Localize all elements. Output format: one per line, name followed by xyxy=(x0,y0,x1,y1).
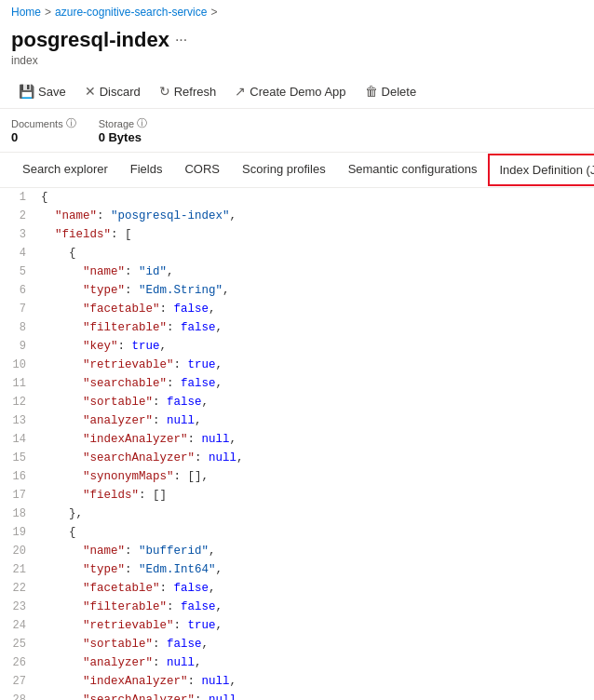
code-line: 24 "retrievable": true, xyxy=(0,616,594,635)
discard-button[interactable]: ✕ Discard xyxy=(77,80,148,102)
line-content: "indexAnalyzer": null, xyxy=(37,430,594,449)
ellipsis-icon[interactable]: ··· xyxy=(175,32,187,48)
create-demo-button[interactable]: ↗ Create Demo App xyxy=(227,80,353,102)
line-content: "name": "bufferid", xyxy=(37,542,594,560)
code-line: 1{ xyxy=(0,188,594,207)
line-content: "filterable": false, xyxy=(37,598,594,616)
code-line: 22 "facetable": false, xyxy=(0,579,594,598)
tab-semantic-configurations[interactable]: Semantic configurations xyxy=(337,153,489,187)
tab-cors[interactable]: CORS xyxy=(173,153,231,187)
page-header: posgresql-index ··· index xyxy=(0,24,594,74)
storage-stat: Storage ⓘ 0 Bytes xyxy=(99,116,148,144)
code-line: 6 "type": "Edm.String", xyxy=(0,281,594,300)
line-content: "fields": [] xyxy=(37,486,594,505)
line-content: "type": "Edm.Int64", xyxy=(37,560,594,579)
line-number: 21 xyxy=(0,560,37,579)
save-icon: 💾 xyxy=(19,84,34,99)
code-line: 16 "synonymMaps": [], xyxy=(0,467,594,486)
line-content: "retrievable": true, xyxy=(37,356,594,374)
refresh-button[interactable]: ↻ Refresh xyxy=(152,80,224,102)
line-number: 3 xyxy=(0,225,37,244)
line-content: "name": "posgresql-index", xyxy=(37,207,594,225)
line-number: 17 xyxy=(0,486,37,505)
line-content: "name": "id", xyxy=(37,262,594,281)
line-content: }, xyxy=(37,505,594,523)
tab-index-definition[interactable]: Index Definition (JSON) xyxy=(488,154,594,186)
line-number: 23 xyxy=(0,598,37,616)
code-line: 13 "analyzer": null, xyxy=(0,411,594,430)
line-number: 20 xyxy=(0,542,37,560)
line-number: 1 xyxy=(0,188,37,207)
refresh-icon: ↻ xyxy=(159,84,170,99)
documents-value: 0 xyxy=(11,130,76,144)
breadcrumb-service[interactable]: azure-cognitive-search-service xyxy=(55,6,207,19)
code-line: 12 "sortable": false, xyxy=(0,393,594,411)
breadcrumb-home[interactable]: Home xyxy=(11,6,41,19)
line-number: 4 xyxy=(0,244,37,262)
line-content: "type": "Edm.String", xyxy=(37,281,594,300)
line-number: 7 xyxy=(0,300,37,318)
documents-stat: Documents ⓘ 0 xyxy=(11,116,76,144)
line-content: "fields": [ xyxy=(37,225,594,244)
tabs-bar: Search explorer Fields CORS Scoring prof… xyxy=(0,153,594,188)
code-line: 27 "indexAnalyzer": null, xyxy=(0,672,594,691)
line-content: "facetable": false, xyxy=(37,579,594,598)
line-content: "sortable": false, xyxy=(37,393,594,411)
line-number: 14 xyxy=(0,430,37,449)
breadcrumb-separator2: > xyxy=(210,6,217,19)
storage-value: 0 Bytes xyxy=(99,130,148,144)
line-number: 11 xyxy=(0,374,37,393)
create-demo-icon: ↗ xyxy=(235,84,246,99)
line-content: "searchAnalyzer": null, xyxy=(37,691,594,700)
delete-icon: 🗑 xyxy=(365,84,378,99)
line-number: 2 xyxy=(0,207,37,225)
line-content: "indexAnalyzer": null, xyxy=(37,672,594,691)
line-number: 8 xyxy=(0,318,37,337)
breadcrumb-separator: > xyxy=(45,6,51,19)
save-button[interactable]: 💾 Save xyxy=(11,80,74,102)
code-line: 17 "fields": [] xyxy=(0,486,594,505)
code-line: 2 "name": "posgresql-index", xyxy=(0,207,594,225)
delete-button[interactable]: 🗑 Delete xyxy=(358,80,425,102)
line-content: "analyzer": null, xyxy=(37,411,594,430)
line-number: 13 xyxy=(0,411,37,430)
code-line: 8 "filterable": false, xyxy=(0,318,594,337)
create-demo-label: Create Demo App xyxy=(250,85,345,99)
code-line: 26 "analyzer": null, xyxy=(0,653,594,672)
tab-scoring-profiles[interactable]: Scoring profiles xyxy=(231,153,337,187)
code-line: 21 "type": "Edm.Int64", xyxy=(0,560,594,579)
line-number: 26 xyxy=(0,653,37,672)
line-number: 27 xyxy=(0,672,37,691)
tab-search-explorer[interactable]: Search explorer xyxy=(11,153,119,187)
page-title: posgresql-index xyxy=(11,28,169,52)
tab-fields[interactable]: Fields xyxy=(119,153,174,187)
save-label: Save xyxy=(38,85,66,99)
code-line: 15 "searchAnalyzer": null, xyxy=(0,449,594,467)
line-content: "synonymMaps": [], xyxy=(37,467,594,486)
line-number: 22 xyxy=(0,579,37,598)
line-content: "key": true, xyxy=(37,337,594,356)
code-line: 3 "fields": [ xyxy=(0,225,594,244)
code-line: 28 "searchAnalyzer": null, xyxy=(0,691,594,700)
page-subtitle: index xyxy=(11,54,583,67)
code-line: 19 { xyxy=(0,523,594,542)
code-line: 23 "filterable": false, xyxy=(0,598,594,616)
line-number: 12 xyxy=(0,393,37,411)
toolbar: 💾 Save ✕ Discard ↻ Refresh ↗ Create Demo… xyxy=(0,74,594,109)
code-line: 18 }, xyxy=(0,505,594,523)
line-content: "retrievable": true, xyxy=(37,616,594,635)
refresh-label: Refresh xyxy=(174,85,217,99)
discard-icon: ✕ xyxy=(85,84,96,99)
line-content: "searchAnalyzer": null, xyxy=(37,449,594,467)
line-number: 10 xyxy=(0,356,37,374)
line-number: 19 xyxy=(0,523,37,542)
line-content: { xyxy=(37,523,594,542)
storage-info-icon[interactable]: ⓘ xyxy=(137,116,147,130)
code-line: 20 "name": "bufferid", xyxy=(0,542,594,560)
code-line: 4 { xyxy=(0,244,594,262)
code-line: 5 "name": "id", xyxy=(0,262,594,281)
line-content: "analyzer": null, xyxy=(37,653,594,672)
documents-info-icon[interactable]: ⓘ xyxy=(66,116,76,130)
storage-label: Storage xyxy=(99,118,135,129)
line-content: "facetable": false, xyxy=(37,300,594,318)
